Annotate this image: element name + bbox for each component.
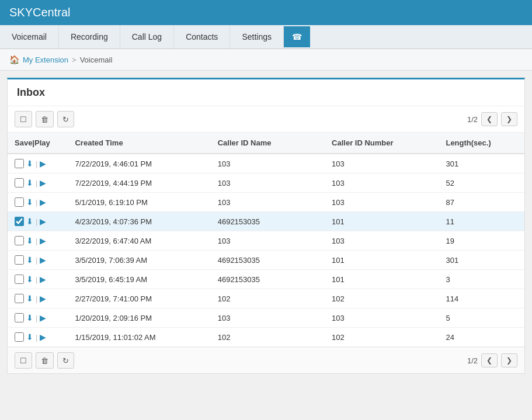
cell-created-time: 4/23/2019, 4:07:36 PM — [68, 212, 210, 231]
download-icon[interactable]: ⬇ — [26, 178, 33, 188]
action-separator: | — [36, 314, 37, 322]
download-icon[interactable]: ⬇ — [26, 197, 33, 207]
play-icon[interactable]: ▶ — [40, 332, 46, 342]
play-icon[interactable]: ▶ — [40, 217, 46, 226]
cell-length: 19 — [439, 231, 524, 251]
action-separator: | — [36, 275, 37, 284]
cell-caller-id-name: 103 — [211, 154, 325, 173]
logo-central: Central — [33, 6, 70, 19]
nav-contacts[interactable]: Contacts — [174, 25, 230, 48]
play-icon[interactable]: ▶ — [40, 313, 46, 322]
row-checkbox[interactable] — [15, 255, 24, 265]
nav-recording[interactable]: Recording — [59, 25, 120, 48]
row-checkbox-cell: ⬇|▶ — [8, 212, 68, 231]
row-checkbox[interactable] — [15, 197, 24, 207]
navigation: Voicemail Recording Call Log Contacts Se… — [0, 25, 532, 49]
toolbar-actions: ☐ 🗑 ↻ — [15, 111, 74, 127]
cell-caller-id-number: 101 — [325, 251, 439, 270]
delete-button[interactable]: 🗑 — [36, 111, 54, 127]
play-icon[interactable]: ▶ — [40, 178, 46, 188]
cell-length: 11 — [439, 212, 524, 231]
bottom-delete-button[interactable]: 🗑 — [36, 352, 54, 369]
action-separator: | — [36, 294, 37, 303]
row-checkbox[interactable] — [15, 159, 24, 168]
row-checkbox[interactable] — [15, 178, 24, 188]
row-checkbox-cell: ⬇|▶ — [8, 231, 68, 251]
col-header-created: Created Time — [68, 133, 210, 154]
action-separator: | — [36, 256, 37, 265]
download-icon[interactable]: ⬇ — [26, 236, 33, 245]
bottom-prev-button[interactable]: ❮ — [481, 353, 498, 367]
action-separator: | — [36, 159, 37, 168]
cell-caller-id-number: 103 — [325, 193, 439, 212]
download-icon[interactable]: ⬇ — [26, 255, 33, 265]
download-icon[interactable]: ⬇ — [26, 275, 33, 284]
cell-caller-id-number: 103 — [325, 308, 439, 328]
download-icon[interactable]: ⬇ — [26, 332, 33, 342]
bottom-page-info: 1/2 — [467, 356, 478, 365]
row-checkbox-cell: ⬇|▶ — [8, 251, 68, 270]
action-separator: | — [36, 198, 37, 207]
row-checkbox[interactable] — [15, 332, 24, 342]
row-checkbox[interactable] — [15, 217, 24, 226]
nav-phone-button[interactable]: ☎ — [284, 26, 310, 47]
row-checkbox[interactable] — [15, 294, 24, 303]
nav-settings[interactable]: Settings — [230, 25, 284, 48]
main-panel: Inbox ☐ 🗑 ↻ 1/2 ❮ ❯ Save|Play Created — [7, 78, 525, 374]
play-icon[interactable]: ▶ — [40, 294, 46, 303]
top-page-info: 1/2 — [467, 115, 478, 124]
header: SKYCentral — [0, 0, 532, 25]
download-icon[interactable]: ⬇ — [26, 313, 33, 322]
col-header-length: Length(sec.) — [439, 133, 524, 154]
top-prev-button[interactable]: ❮ — [481, 112, 498, 126]
play-icon[interactable]: ▶ — [40, 197, 46, 207]
logo-sky: SKY — [9, 6, 33, 19]
row-checkbox-cell: ⬇|▶ — [8, 270, 68, 289]
voicemail-table: Save|Play Created Time Caller ID Name Ca… — [8, 133, 524, 347]
cell-created-time: 2/27/2019, 7:41:00 PM — [68, 289, 210, 308]
breadcrumb-separator: > — [72, 55, 77, 64]
bottom-toolbar-actions: ☐ 🗑 ↻ — [15, 352, 74, 369]
bottom-next-button[interactable]: ❯ — [501, 353, 517, 367]
play-icon[interactable]: ▶ — [40, 255, 46, 265]
breadcrumb-icon: 🏠 — [9, 55, 19, 64]
download-icon[interactable]: ⬇ — [26, 159, 33, 168]
bottom-select-all-icon: ☐ — [20, 356, 27, 365]
row-checkbox[interactable] — [15, 275, 24, 284]
cell-length: 301 — [439, 154, 524, 173]
top-pagination: 1/2 ❮ ❯ — [467, 112, 517, 126]
cell-length: 301 — [439, 251, 524, 270]
download-icon[interactable]: ⬇ — [26, 294, 33, 303]
cell-caller-id-name: 103 — [211, 231, 325, 251]
play-icon[interactable]: ▶ — [40, 159, 46, 168]
play-icon[interactable]: ▶ — [40, 236, 46, 245]
refresh-button[interactable]: ↻ — [57, 111, 74, 127]
table-row: ⬇|▶7/22/2019, 4:44:19 PM10310352 — [8, 173, 524, 193]
row-checkbox[interactable] — [15, 236, 24, 245]
download-icon[interactable]: ⬇ — [26, 217, 33, 226]
nav-voicemail[interactable]: Voicemail — [0, 25, 59, 48]
app-logo: SKYCentral — [9, 6, 71, 19]
col-header-calleridnum: Caller ID Number — [325, 133, 439, 154]
bottom-refresh-button[interactable]: ↻ — [57, 352, 74, 369]
cell-created-time: 3/5/2019, 6:45:19 AM — [68, 270, 210, 289]
cell-length: 3 — [439, 270, 524, 289]
nav-calllog[interactable]: Call Log — [120, 25, 174, 48]
cell-caller-id-number: 103 — [325, 173, 439, 193]
table-row: ⬇|▶1/15/2019, 11:01:02 AM10210224 — [8, 328, 524, 347]
cell-length: 5 — [439, 308, 524, 328]
cell-length: 24 — [439, 328, 524, 347]
play-icon[interactable]: ▶ — [40, 275, 46, 284]
cell-caller-id-name: 4692153035 — [211, 251, 325, 270]
breadcrumb-parent[interactable]: My Extension — [23, 55, 68, 64]
breadcrumb: 🏠 My Extension > Voicemail — [0, 49, 532, 71]
cell-length: 114 — [439, 289, 524, 308]
bottom-select-all-button[interactable]: ☐ — [15, 352, 32, 369]
row-checkbox[interactable] — [15, 313, 24, 322]
col-header-saveplay: Save|Play — [8, 133, 68, 154]
top-next-button[interactable]: ❯ — [501, 112, 517, 126]
table-row: ⬇|▶3/22/2019, 6:47:40 AM10310319 — [8, 231, 524, 251]
select-all-button[interactable]: ☐ — [15, 111, 32, 127]
action-separator: | — [36, 179, 37, 188]
cell-caller-id-number: 101 — [325, 212, 439, 231]
